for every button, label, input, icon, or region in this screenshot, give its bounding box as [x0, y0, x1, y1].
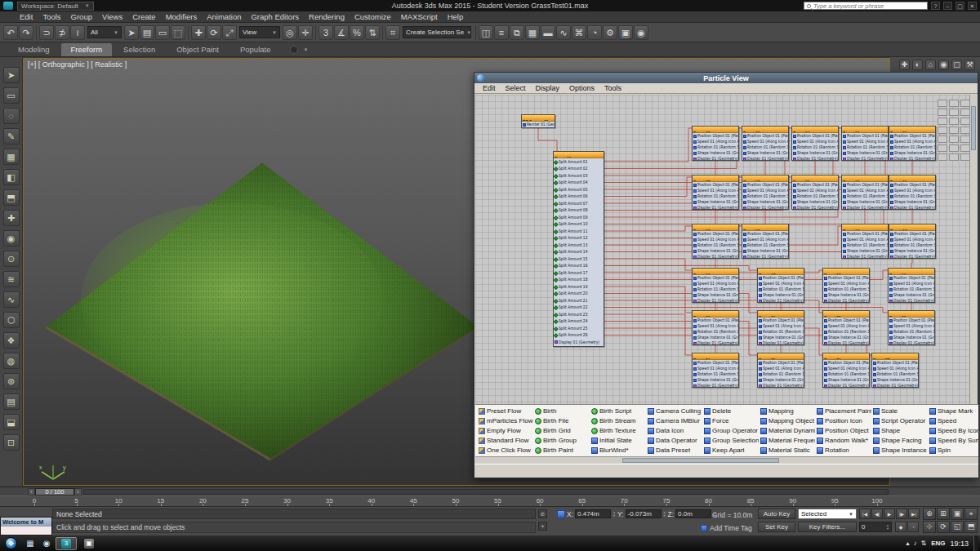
menu-animation[interactable]: Animation	[202, 12, 246, 21]
event-node-header[interactable]: Event 22	[823, 311, 869, 318]
zoom-all-icon[interactable]: ⊞	[937, 508, 950, 520]
rendered-frame-window-icon[interactable]: ▣	[618, 25, 633, 40]
operator-row[interactable]: Rotation 01 (Random 3D)	[872, 371, 918, 377]
depot-item-birth-texture[interactable]: Birth Texture	[591, 426, 646, 435]
event-node-header[interactable]: Event 01	[554, 152, 604, 158]
ruler-tick[interactable]: 5	[70, 496, 83, 506]
operator-row[interactable]: Split Amount 02	[554, 166, 604, 173]
operator-row[interactable]: Split Amount 14	[554, 249, 604, 256]
parameter-rollout-box[interactable]	[960, 153, 970, 161]
operator-row[interactable]: Rotation 01 (Random 3D)	[742, 193, 788, 199]
particle-event-node[interactable]: Event 07Position Object 01 (Plane01)Spee…	[692, 175, 739, 210]
operator-row[interactable]: Shape Instance 01 (Grass_B...)	[693, 292, 738, 298]
use-pivot-point-center-icon[interactable]: ◎	[283, 25, 297, 40]
schematic-view-icon[interactable]: ⌘	[572, 25, 586, 40]
frame-spinner[interactable]: ▲▼	[886, 524, 889, 531]
key-mode-dropdown[interactable]: Selected▼	[798, 509, 857, 519]
strips-icon[interactable]: ❖	[3, 332, 20, 349]
particle-event-node[interactable]: Event 26Position Object 01 (Plane01)Spee…	[822, 353, 870, 388]
polydraw-icon[interactable]: ▦	[3, 149, 20, 165]
operator-row[interactable]: Rotation 01 (Random 3D)	[758, 371, 804, 377]
field-of-view-icon[interactable]: ◱	[951, 521, 964, 533]
operator-row[interactable]: Rotation 01 (Random 3D)	[842, 193, 888, 199]
explorer-icon[interactable]: ▦	[22, 537, 38, 550]
event-node-header[interactable]: Event 18	[823, 269, 869, 275]
operator-row[interactable]: Speed 01 (Along Icon Arrow)	[842, 139, 888, 144]
depot-item-shape[interactable]: Shape	[873, 426, 928, 435]
operator-row[interactable]: Shape Instance 01 (Grass_B...)	[758, 377, 804, 383]
operator-row[interactable]: Split Amount 23	[554, 311, 604, 318]
parameter-rollout-box[interactable]	[938, 144, 947, 152]
operator-row[interactable]: Shape Instance 01 (Grass_B...)	[823, 292, 869, 298]
ruler-tick[interactable]: 10	[112, 496, 125, 506]
operator-row[interactable]: Split Amount 20	[554, 291, 604, 298]
particle-event-node[interactable]: Event 10Position Object 01 (Plane01)Spee…	[841, 175, 889, 210]
particle-event-node[interactable]: Event 06Position Object 01 (Plane01)Spee…	[889, 126, 936, 161]
event-node-header[interactable]: Event 04	[792, 127, 838, 133]
parameter-rollout-box[interactable]	[960, 127, 970, 134]
operator-row[interactable]: Position Object 01 (Plane01)	[792, 133, 838, 139]
display-tab-icon[interactable]: ▢	[951, 60, 962, 70]
operator-row[interactable]: Position Object 01 (Plane01)	[693, 133, 738, 139]
operator-row[interactable]: Speed 01 (Along Icon Arrow)	[693, 188, 738, 193]
operator-row[interactable]: Shape Instance 01 (Grass_B...)	[842, 199, 888, 205]
operator-row[interactable]: Split Amount 17	[554, 269, 604, 277]
operator-row[interactable]: Split Amount 16	[554, 263, 604, 270]
operator-row[interactable]: Display 01 (Geometry)	[842, 254, 888, 259]
depot-item-blurwind[interactable]: BlurWind*	[591, 446, 646, 455]
parameter-rollout-box[interactable]	[949, 109, 959, 116]
depot-item-birth-group[interactable]: Birth Group	[535, 436, 590, 445]
ruler-tick[interactable]: 35	[323, 496, 336, 506]
curve-editor-icon[interactable]: ∿	[556, 25, 571, 40]
particle-event-node[interactable]: Event 23Position Object 01 (Plane01)Spee…	[888, 310, 935, 345]
operator-row[interactable]: Shape Instance 01 (Grass_B...)	[889, 248, 935, 254]
select-and-rotate-icon[interactable]: ⟳	[207, 25, 221, 40]
ruler-tick[interactable]: 50	[449, 496, 462, 506]
paint-deform-icon[interactable]: ✎	[3, 128, 20, 144]
event-node-header[interactable]: Event 13	[742, 224, 788, 231]
operator-row[interactable]: Display 01 (Geometry)	[693, 298, 738, 303]
operator-row[interactable]: Display 01 (Geometry)	[792, 156, 838, 161]
close-button[interactable]: ✕	[968, 2, 977, 10]
depot-item-material-frequency[interactable]: Material Frequency	[760, 436, 815, 445]
menu-rendering[interactable]: Rendering	[304, 12, 350, 21]
event-node-header[interactable]: Event 20	[693, 311, 738, 318]
previous-frame-icon[interactable]: ◀|	[871, 509, 883, 519]
operator-row[interactable]: Speed 01 (Along Icon Arrow)	[693, 281, 738, 287]
operator-row[interactable]: Split Amount 07	[554, 200, 604, 207]
select-object-icon[interactable]: ➤	[124, 25, 139, 40]
search-input[interactable]	[813, 2, 924, 10]
event-node-header[interactable]: Event 03	[742, 127, 788, 133]
search-box[interactable]	[804, 2, 928, 10]
operator-row[interactable]: Display 01 (Geometry)	[758, 298, 804, 303]
key-filters-button[interactable]: Key Filters...	[798, 522, 857, 532]
depot-item-initial-state[interactable]: Initial State	[591, 436, 646, 445]
create-tab-icon[interactable]: ✚	[899, 60, 910, 70]
inflate-brush-icon[interactable]: ◉	[3, 230, 20, 247]
depot-item-material-static[interactable]: Material Static	[760, 446, 815, 455]
coordinate-display-icon[interactable]	[557, 510, 565, 518]
depot-item-preset-flow[interactable]: Preset Flow	[479, 407, 533, 415]
tray-volume-icon[interactable]: ♪	[913, 540, 916, 547]
ruler-tick[interactable]: 95	[828, 496, 841, 506]
select-and-manipulate-icon[interactable]: ✛	[298, 25, 313, 40]
menu-edit[interactable]: Edit	[15, 12, 38, 21]
operator-row[interactable]: Rotation 01 (Random 3D)	[889, 242, 935, 248]
particle-event-node[interactable]: Event 17Position Object 01 (Plane01)Spee…	[757, 268, 804, 303]
operator-row[interactable]: Rotation 01 (Random 3D)	[758, 329, 804, 335]
ribbon-tab-object-paint[interactable]: Object Paint	[167, 43, 229, 56]
pview-menu-edit[interactable]: Edit	[478, 84, 501, 92]
shape-draw-icon[interactable]: ▭	[3, 87, 20, 104]
operator-row[interactable]: Rotation 01 (Random 3D)	[693, 287, 738, 292]
operator-row[interactable]: Shape Instance 01 (Grass_B...)	[693, 199, 738, 205]
z-field[interactable]: 0.0m	[675, 509, 711, 518]
operator-row[interactable]: Position Object 01 (Plane01)	[792, 182, 838, 188]
time-slider[interactable]: ‹ 0 / 100 ›	[0, 487, 980, 495]
operator-row[interactable]: Display 01 (Geometry)	[742, 205, 788, 210]
parameter-rollout-box[interactable]	[949, 100, 959, 107]
particle-event-node[interactable]: Event 19Position Object 01 (Plane01)Spee…	[888, 268, 935, 303]
particle-event-node[interactable]: Event 05Position Object 01 (Plane01)Spee…	[841, 126, 889, 161]
ruler-tick[interactable]: 70	[617, 496, 630, 506]
operator-row[interactable]: Display 01 (Geometry)	[758, 383, 804, 388]
operator-row[interactable]: Display 01 (Geometry)	[889, 205, 935, 210]
